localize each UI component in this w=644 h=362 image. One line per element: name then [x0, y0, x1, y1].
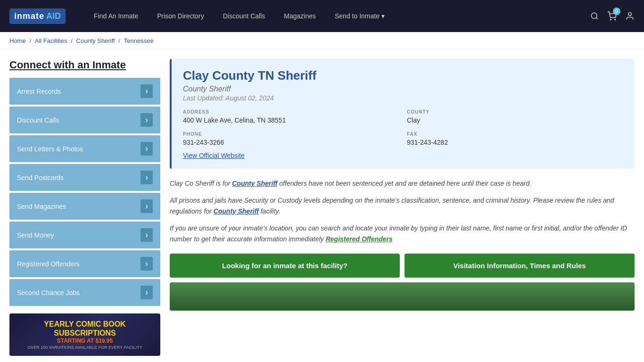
breadcrumb-state[interactable]: Tennessee — [124, 37, 154, 44]
breadcrumb-sep-1: / — [30, 37, 33, 44]
advertisement[interactable]: YEARLY COMIC BOOK SUBSCRIPTIONS STARTING… — [9, 313, 160, 356]
county-value: Clay — [407, 116, 623, 124]
desc3-before: If you are unsure of your inmate’s locat… — [170, 224, 627, 242]
sidebar-arrow-icon: › — [140, 286, 153, 299]
sidebar-item-label: Send Letters & Photos — [17, 145, 83, 153]
phone-block: PHONE 931-243-3266 — [183, 132, 399, 146]
sidebar-item-label: Second Chance Jobs — [17, 289, 80, 296]
facility-title: Clay County TN Sheriff — [183, 68, 623, 83]
sidebar-item-label: Registered Offenders — [17, 260, 80, 268]
navbar: inmate AID Find An Inmate Prison Directo… — [0, 0, 644, 32]
search-icon — [590, 12, 599, 20]
sidebar-arrow-icon: › — [140, 228, 153, 242]
user-button[interactable] — [625, 11, 635, 21]
breadcrumb-all-facilities[interactable]: All Facilities — [35, 37, 67, 44]
sidebar-arrow-icon: › — [140, 257, 153, 271]
svg-point-3 — [615, 19, 616, 20]
fax-label: FAX — [407, 132, 623, 137]
facility-last-updated: Last Updated: August 02, 2024 — [183, 94, 623, 102]
breadcrumb-county-sheriff[interactable]: County Sheriff — [76, 37, 115, 44]
sidebar-item-send-magazines[interactable]: Send Magazines › — [9, 193, 160, 220]
official-website-link[interactable]: View Official Website — [183, 152, 245, 159]
breadcrumb-sep-2: / — [71, 37, 74, 44]
sidebar-item-label: Arrest Records — [17, 88, 61, 95]
breadcrumb-home[interactable]: Home — [9, 37, 26, 44]
sidebar-item-label: Discount Calls — [17, 116, 59, 124]
facility-info-grid: ADDRESS 400 W Lake Ave, Celina, TN 38551… — [183, 109, 623, 146]
action-buttons: Looking for an inmate at this facility? … — [170, 254, 635, 278]
logo-aid: AID — [46, 11, 61, 21]
logo[interactable]: inmate AID — [9, 8, 66, 24]
ad-description: OVER 100 VARIATIONS AVAILABLE FOR EVERY … — [27, 345, 142, 350]
sidebar-item-send-money[interactable]: Send Money › — [9, 222, 160, 248]
sidebar-arrow-icon: › — [140, 113, 153, 127]
phone-label: PHONE — [183, 132, 399, 137]
county-sheriff-link-1[interactable]: County Sheriff — [232, 180, 277, 187]
fax-value: 931-243-4282 — [407, 139, 623, 146]
sidebar-item-label: Send Money — [17, 231, 54, 239]
user-icon — [625, 11, 635, 21]
phone-value: 931-243-3266 — [183, 139, 399, 146]
facility-type: County Sheriff — [183, 85, 623, 93]
sidebar-item-label: Send Postcards — [17, 174, 64, 181]
facility-card: Clay County TN Sheriff County Sheriff La… — [170, 59, 635, 169]
address-block: ADDRESS 400 W Lake Ave, Celina, TN 38551 — [183, 109, 399, 124]
nav-find-inmate[interactable]: Find An Inmate — [84, 2, 148, 30]
sidebar-item-label: Send Magazines — [17, 203, 66, 210]
svg-point-0 — [591, 13, 597, 18]
sidebar-title: Connect with an Inmate — [9, 59, 160, 71]
sidebar-arrow-icon: › — [140, 84, 153, 98]
nav-prison-directory[interactable]: Prison Directory — [148, 2, 214, 30]
bottom-facility-image — [170, 282, 635, 311]
nav-send-to-inmate[interactable]: Send to Inmate ▾ — [325, 2, 394, 30]
main-container: Connect with an Inmate Arrest Records › … — [0, 49, 644, 362]
nav-menu: Find An Inmate Prison Directory Discount… — [84, 2, 590, 30]
county-block: COUNTY Clay — [407, 109, 623, 124]
description-para2: All prisons and jails have Security or C… — [170, 195, 635, 216]
desc1-after: offenders have not been sentenced yet an… — [277, 180, 531, 187]
cart-wrapper: 0 — [607, 11, 617, 21]
visitation-info-button[interactable]: Visitation Information, Times and Rules — [405, 254, 635, 278]
logo-text: inmate — [14, 11, 44, 21]
sidebar-arrow-icon: › — [140, 142, 153, 156]
registered-offenders-link[interactable]: Registered Offenders — [326, 235, 393, 243]
description-para3: If you are unsure of your inmate’s locat… — [170, 223, 635, 244]
main-content: Clay County TN Sheriff County Sheriff La… — [170, 59, 635, 356]
nav-discount-calls[interactable]: Discount Calls — [214, 2, 274, 30]
address-label: ADDRESS — [183, 109, 399, 115]
navbar-right: 0 — [590, 11, 635, 21]
svg-line-1 — [596, 17, 597, 19]
description-para1: Clay Co Sheriff is for County Sheriff of… — [170, 178, 635, 189]
breadcrumb-sep-3: / — [119, 37, 122, 44]
sidebar-item-arrest-records[interactable]: Arrest Records › — [9, 78, 160, 105]
sidebar-item-send-postcards[interactable]: Send Postcards › — [9, 164, 160, 191]
sidebar-arrow-icon: › — [140, 199, 153, 213]
search-button[interactable] — [590, 12, 599, 20]
svg-point-4 — [628, 13, 632, 16]
sidebar: Connect with an Inmate Arrest Records › … — [9, 59, 160, 356]
svg-point-2 — [611, 19, 611, 20]
ad-starting-price: STARTING AT $19.95 — [57, 337, 113, 344]
cart-badge: 0 — [613, 8, 620, 15]
desc2-after: facility. — [259, 207, 281, 215]
sidebar-item-second-chance-jobs[interactable]: Second Chance Jobs › — [9, 279, 160, 306]
breadcrumb: Home / All Facilities / County Sheriff /… — [0, 32, 644, 49]
ad-title-line1: YEARLY COMIC BOOK — [44, 320, 125, 329]
county-sheriff-link-2[interactable]: County Sheriff — [214, 207, 259, 215]
county-label: COUNTY — [407, 109, 623, 115]
nav-magazines[interactable]: Magazines — [274, 2, 325, 30]
sidebar-arrow-icon: › — [140, 171, 153, 184]
address-value: 400 W Lake Ave, Celina, TN 38551 — [183, 116, 399, 124]
desc1-before: Clay Co Sheriff is for — [170, 180, 232, 187]
sidebar-item-registered-offenders[interactable]: Registered Offenders › — [9, 250, 160, 277]
sidebar-item-send-letters[interactable]: Send Letters & Photos › — [9, 135, 160, 162]
sidebar-menu: Arrest Records › Discount Calls › Send L… — [9, 78, 160, 306]
sidebar-item-discount-calls[interactable]: Discount Calls › — [9, 107, 160, 133]
ad-title-line2: SUBSCRIPTIONS — [54, 329, 116, 337]
fax-block: FAX 931-243-4282 — [407, 132, 623, 146]
find-inmate-button[interactable]: Looking for an inmate at this facility? — [170, 254, 400, 278]
